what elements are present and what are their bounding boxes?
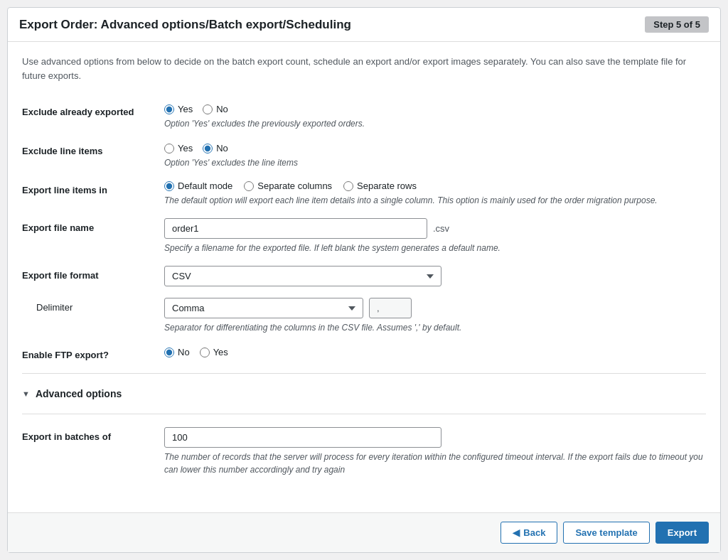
modal-title: Export Order: Advanced options/Batch exp… — [19, 18, 351, 32]
export-file-format-label: Export file format — [22, 266, 164, 286]
export-file-format-select[interactable]: CSV Excel TSV — [164, 266, 441, 286]
exclude-line-items-yes-label: Yes — [178, 143, 193, 154]
delimiter-label: Delimiter — [22, 298, 164, 334]
exclude-already-exported-label: Exclude already exported — [22, 102, 164, 130]
export-batches-input[interactable] — [164, 427, 441, 448]
exclude-already-exported-options: Yes No — [164, 102, 706, 114]
exclude-line-items-options: Yes No — [164, 141, 706, 154]
exclude-line-items-label: Exclude line items — [22, 141, 164, 169]
save-template-label: Save template — [575, 527, 637, 538]
export-line-items-hint: The default option will export each line… — [164, 194, 706, 207]
export-line-items-default-radio[interactable] — [164, 181, 174, 191]
exclude-line-items-hint: Option 'Yes' excludes the line items — [164, 156, 706, 169]
exclude-line-items-row: Exclude line items Yes No Option 'Yes' e… — [22, 136, 706, 175]
exclude-line-items-yes-radio[interactable] — [164, 144, 174, 154]
modal-body: Use advanced options from below to decid… — [8, 42, 720, 512]
export-file-name-label: Export file name — [22, 218, 164, 254]
save-template-button[interactable]: Save template — [563, 522, 649, 544]
exclude-already-exported-hint: Option 'Yes' excludes the previously exp… — [164, 117, 706, 130]
export-batches-row: Export in batches of The number of recor… — [22, 421, 706, 482]
advanced-options-title: Advanced options — [36, 388, 122, 399]
delimiter-row: Delimiter Comma Semicolon Tab Pipe Separ… — [22, 292, 706, 340]
exclude-line-items-content: Yes No Option 'Yes' excludes the line it… — [164, 141, 706, 169]
export-line-items-content: Default mode Separate columns Separate r… — [164, 181, 706, 207]
exclude-already-exported-no-radio[interactable] — [203, 104, 213, 114]
exclude-line-items-no[interactable]: No — [203, 143, 228, 154]
export-line-items-columns[interactable]: Separate columns — [244, 181, 332, 191]
back-icon: ◀ — [513, 527, 520, 538]
enable-ftp-content: No Yes — [164, 345, 706, 360]
back-button[interactable]: ◀ Back — [500, 522, 557, 544]
export-line-items-rows-label: Separate rows — [357, 181, 417, 191]
delimiter-input-row: Comma Semicolon Tab Pipe — [164, 298, 706, 318]
enable-ftp-yes-radio[interactable] — [200, 348, 210, 357]
export-file-name-row: Export file name .csv Specify a filename… — [22, 212, 706, 260]
export-file-name-input[interactable] — [164, 218, 427, 239]
export-file-name-hint: Specify a filename for the exported file… — [164, 242, 706, 254]
delimiter-select[interactable]: Comma Semicolon Tab Pipe — [164, 298, 363, 318]
enable-ftp-yes-label: Yes — [213, 347, 228, 357]
filename-row: .csv — [164, 218, 706, 239]
modal-footer: ◀ Back Save template Export — [8, 512, 720, 552]
export-batches-content: The number of records that the server wi… — [164, 427, 706, 476]
export-label: Export — [668, 527, 697, 538]
exclude-already-exported-content: Yes No Option 'Yes' excludes the previou… — [164, 102, 706, 130]
back-label: Back — [523, 527, 545, 538]
enable-ftp-no-label: No — [178, 347, 190, 357]
exclude-already-exported-row: Exclude already exported Yes No Option '… — [22, 97, 706, 136]
export-line-items-rows-radio[interactable] — [343, 181, 353, 191]
csv-suffix-label: .csv — [433, 223, 449, 234]
enable-ftp-label: Enable FTP export? — [22, 345, 164, 360]
exclude-already-exported-no-label: No — [216, 104, 228, 114]
export-line-items-row: Export line items in Default mode Separa… — [22, 175, 706, 212]
export-batches-hint: The number of records that the server wi… — [164, 451, 706, 476]
modal-container: Export Order: Advanced options/Batch exp… — [7, 7, 721, 553]
exclude-line-items-no-label: No — [216, 143, 228, 154]
export-button[interactable]: Export — [655, 522, 709, 544]
exclude-already-exported-yes-radio[interactable] — [164, 104, 174, 114]
export-line-items-default[interactable]: Default mode — [164, 181, 232, 191]
export-file-format-row: Export file format CSV Excel TSV — [22, 260, 706, 292]
delimiter-hint: Separator for differentiating the column… — [164, 321, 706, 334]
exclude-already-exported-no[interactable]: No — [203, 104, 228, 114]
step-badge: Step 5 of 5 — [645, 16, 709, 33]
description-text: Use advanced options from below to decid… — [22, 55, 706, 82]
enable-ftp-options: No Yes — [164, 345, 706, 357]
advanced-options-toggle[interactable]: ▼ Advanced options — [22, 381, 706, 406]
export-line-items-options: Default mode Separate columns Separate r… — [164, 181, 706, 191]
section-divider — [22, 373, 706, 374]
export-line-items-columns-radio[interactable] — [244, 181, 254, 191]
export-file-format-content: CSV Excel TSV — [164, 266, 706, 286]
exclude-already-exported-yes[interactable]: Yes — [164, 104, 193, 114]
chevron-down-icon: ▼ — [22, 389, 30, 398]
enable-ftp-no[interactable]: No — [164, 347, 190, 357]
exclude-line-items-yes[interactable]: Yes — [164, 143, 193, 154]
enable-ftp-yes[interactable]: Yes — [200, 347, 228, 357]
modal-header: Export Order: Advanced options/Batch exp… — [8, 8, 720, 42]
export-file-name-content: .csv Specify a filename for the exported… — [164, 218, 706, 254]
enable-ftp-no-radio[interactable] — [164, 348, 174, 357]
export-line-items-label: Export line items in — [22, 181, 164, 207]
delimiter-value-input[interactable] — [369, 298, 412, 318]
delimiter-content: Comma Semicolon Tab Pipe Separator for d… — [164, 298, 706, 334]
exclude-line-items-no-radio[interactable] — [203, 144, 213, 154]
export-batches-label: Export in batches of — [22, 427, 164, 476]
exclude-already-exported-yes-label: Yes — [178, 104, 193, 114]
enable-ftp-row: Enable FTP export? No Yes — [22, 340, 706, 366]
section-divider-2 — [22, 414, 706, 414]
export-line-items-default-label: Default mode — [178, 181, 232, 191]
export-line-items-rows[interactable]: Separate rows — [343, 181, 417, 191]
export-line-items-columns-label: Separate columns — [257, 181, 332, 191]
